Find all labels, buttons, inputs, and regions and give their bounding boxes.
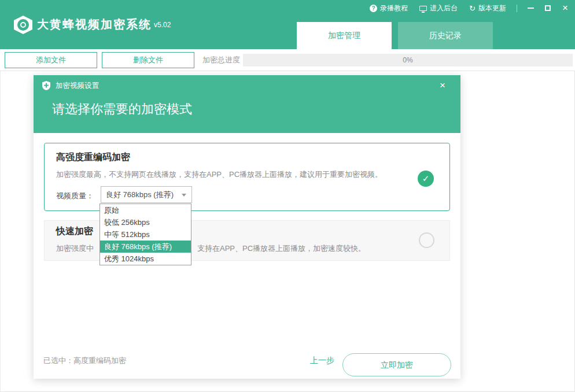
- total-progress-label: 加密总进度: [202, 49, 240, 71]
- top-utility-bar: ? 录播教程 进入后台 ↻ 版本更新 ×: [358, 3, 569, 13]
- app-version: v5.02: [154, 21, 171, 29]
- dropdown-option[interactable]: 中等 512kbps: [100, 228, 191, 241]
- video-quality-dropdown-list: 原始 较低 256kbps 中等 512kbps 良好 768kbps (推荐)…: [99, 204, 191, 265]
- file-toolbar: 添加文件 删除文件 加密总进度 0%: [0, 49, 575, 71]
- chevron-down-icon: [182, 194, 186, 197]
- option-high-description: 加密强度最高，不支持网页在线播放，支持在APP、PC播放器上面播放，建议用于重要…: [56, 169, 382, 180]
- app-title-text: 大黄蜂视频加密系统: [37, 18, 152, 31]
- dropdown-option-selected[interactable]: 良好 768kbps (推荐): [100, 241, 191, 253]
- dialog-heading: 请选择你需要的加密模式: [52, 101, 192, 118]
- logo-mark-icon: [20, 22, 26, 28]
- option-fast-description-right: 支持在APP、PC播放器上面播放，加密速度较快。: [197, 243, 366, 254]
- maximize-button[interactable]: [544, 3, 552, 13]
- minimize-button[interactable]: [526, 3, 535, 13]
- radio-unselected-icon[interactable]: [419, 232, 434, 248]
- total-progress-value: 0%: [403, 56, 412, 64]
- option-fast-description-left: 加密强度中: [56, 243, 94, 254]
- version-update-label: 版本更新: [478, 3, 506, 13]
- tutorial-link-label: 录播教程: [380, 3, 408, 13]
- backend-link[interactable]: 进入后台: [419, 3, 458, 13]
- monitor-icon: [419, 6, 427, 11]
- window-controls-divider: [517, 5, 517, 12]
- dialog-title: 加密视频设置: [56, 75, 99, 96]
- tab-history[interactable]: 历史记录: [398, 22, 493, 49]
- video-quality-label: 视频质量：: [56, 191, 94, 201]
- minimize-icon: [528, 8, 534, 9]
- video-quality-select[interactable]: 良好 768kbps (推荐): [101, 186, 192, 203]
- total-progress-bar: 0%: [243, 54, 573, 66]
- maximize-icon: [545, 5, 551, 11]
- close-icon: ×: [562, 3, 568, 13]
- dropdown-option[interactable]: 优秀 1024kbps: [100, 253, 191, 265]
- previous-step-link[interactable]: 上一步: [310, 356, 334, 366]
- delete-file-button[interactable]: 删除文件: [102, 52, 194, 68]
- video-quality-selected-value: 良好 768kbps (推荐): [106, 190, 174, 199]
- backend-link-label: 进入后台: [430, 3, 458, 13]
- dropdown-option[interactable]: 较低 256kbps: [100, 216, 191, 228]
- option-high-strength-card[interactable]: 高强度重编码加密 加密强度最高，不支持网页在线播放，支持在APP、PC播放器上面…: [44, 143, 450, 211]
- encrypt-settings-dialog: 加密视频设置 × 请选择你需要的加密模式 高强度重编码加密 加密强度最高，不支持…: [34, 75, 460, 379]
- dialog-header: 加密视频设置 × 请选择你需要的加密模式: [34, 75, 460, 133]
- version-update-link[interactable]: ↻ 版本更新: [469, 3, 506, 13]
- selected-check-icon[interactable]: ✓: [418, 171, 434, 187]
- app-window: 大黄蜂视频加密系统v5.02 ? 录播教程 进入后台 ↻ 版本更新: [0, 0, 575, 392]
- app-logo-hexagon-icon: [14, 16, 32, 34]
- option-high-title: 高强度重编码加密: [56, 151, 130, 164]
- tab-encrypt-management[interactable]: 加密管理: [297, 22, 392, 49]
- encrypt-now-button[interactable]: 立即加密: [342, 353, 451, 376]
- close-window-button[interactable]: ×: [561, 3, 569, 13]
- app-title: 大黄蜂视频加密系统v5.02: [37, 17, 171, 32]
- app-header: 大黄蜂视频加密系统v5.02 ? 录播教程 进入后台 ↻ 版本更新: [0, 0, 575, 49]
- question-icon: ?: [370, 5, 377, 12]
- shield-plus-icon: [42, 81, 51, 90]
- dropdown-option[interactable]: 原始: [100, 204, 191, 216]
- add-file-button[interactable]: 添加文件: [5, 52, 97, 68]
- selected-mode-status: 已选中：高度重编码加密: [43, 356, 126, 366]
- dialog-close-button[interactable]: ×: [436, 79, 449, 93]
- tutorial-link[interactable]: ? 录播教程: [370, 3, 408, 13]
- refresh-icon: ↻: [469, 5, 476, 12]
- option-fast-title: 快速加密: [56, 225, 93, 238]
